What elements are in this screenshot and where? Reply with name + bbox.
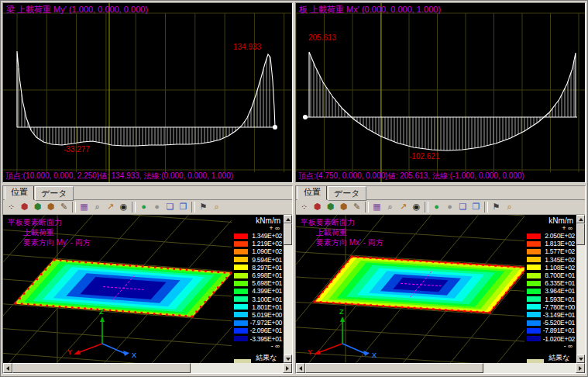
vertex-status-my: 頂点:(10.000, 0.000, 2.250)値: 134.933, 法線:…	[5, 171, 233, 182]
legend-row: -7.780E+00	[526, 303, 575, 311]
annotation-line: 平板要素断面力	[8, 217, 91, 227]
window-cascade-icon[interactable]: ❏	[456, 201, 469, 213]
view-cube-y-icon[interactable]: ⬢	[324, 201, 337, 213]
legend-color-swatch	[233, 248, 249, 255]
scroll-thumb[interactable]	[12, 363, 191, 373]
legend-color-swatch	[526, 327, 542, 334]
view-cube-edit-icon[interactable]: ✎	[350, 201, 363, 213]
z-axis-label: Z	[99, 308, 104, 316]
view-cube-x-icon[interactable]: ⬢	[311, 201, 324, 213]
result-annotation: 平板要素断面力 上載荷重 要素方向 Mx' - 両方	[301, 217, 383, 247]
scroll-up-button[interactable]	[576, 215, 585, 223]
pan-arrow-icon[interactable]: ↗	[104, 201, 117, 213]
legend-row: 1.108E+02	[526, 264, 575, 272]
legend-row: -5.520E+01	[526, 319, 575, 327]
scroll-up-button[interactable]	[284, 215, 292, 223]
legend-value: 9.594E+01	[250, 256, 282, 264]
tab-data[interactable]: データ	[35, 186, 74, 201]
horizontal-scrollbar[interactable]	[296, 363, 585, 373]
legend-value: 3.100E+01	[250, 296, 282, 303]
contour-viewport-mx[interactable]: ZYX 平板要素断面力 上載荷重 要素方向 Mx' - 両方 kNm/m+ ∞2…	[296, 215, 585, 363]
scroll-thumb[interactable]	[305, 363, 483, 373]
legend-value: 3.964E+01	[543, 287, 575, 295]
flag-icon[interactable]: ⚑	[490, 201, 503, 213]
z-axis-label: Z	[339, 308, 344, 316]
legend-row: 1.593E+01	[526, 296, 575, 303]
y-axis-label: Y	[67, 348, 72, 356]
visibility-icon[interactable]: ◉	[410, 201, 423, 213]
legend-row: -3.149E+01	[526, 311, 575, 319]
window-tile-icon[interactable]: ❐	[177, 201, 190, 213]
pan-arrow-icon[interactable]: ↗	[397, 201, 410, 213]
legend-row: 5.019E+00	[233, 311, 282, 319]
legend-color-swatch	[526, 248, 542, 255]
color-legend-mx: kNm/m+ ∞2.050E+021.813E+021.577E+021.345…	[524, 215, 576, 363]
legend-color-swatch	[526, 303, 542, 310]
fit-view-icon[interactable]: ⁘	[5, 201, 18, 213]
scroll-right-button[interactable]	[576, 363, 585, 373]
no-result-label: 結果なし	[548, 353, 575, 363]
vertical-scrollbar[interactable]	[284, 215, 292, 363]
find-results-icon[interactable]: ⌕	[210, 201, 223, 213]
scroll-right-button[interactable]	[283, 363, 292, 373]
legend-value: -2.096E+01	[250, 327, 282, 334]
view-cube-x-icon[interactable]: ⬢	[18, 201, 31, 213]
min-value-label: -102.621	[409, 152, 440, 161]
scroll-track[interactable]	[191, 363, 283, 373]
scroll-left-button[interactable]	[296, 363, 305, 373]
moment-diagram-my[interactable]: 134.933-33.277	[3, 3, 293, 182]
legend-color-swatch	[233, 264, 249, 271]
back-icon[interactable]: ●	[150, 201, 163, 213]
legend-row: 1.813E+02	[526, 240, 575, 247]
legend-minus-infinity: - ∞	[526, 343, 575, 350]
legend-color-swatch	[233, 288, 249, 295]
tab-position[interactable]: 位置	[297, 185, 327, 200]
scroll-left-button[interactable]	[3, 363, 12, 373]
forward-icon[interactable]: ●	[137, 201, 150, 213]
scroll-thumb[interactable]	[284, 223, 292, 245]
scroll-track[interactable]	[483, 363, 576, 373]
legend-row: 6.335E+01	[526, 279, 575, 287]
legend-row: -2.096E+01	[233, 327, 282, 334]
window-tile-icon[interactable]: ❐	[469, 201, 483, 213]
zoom-icon[interactable]: ⌕	[91, 201, 104, 213]
flag-icon[interactable]: ⚑	[197, 201, 210, 213]
legend-row: -7.891E+01	[526, 327, 575, 334]
view-cube-edit-icon[interactable]: ✎	[57, 201, 70, 213]
tab-position[interactable]: 位置	[5, 185, 34, 200]
legend-color-swatch	[233, 327, 249, 334]
find-results-icon[interactable]: ⌕	[503, 201, 516, 213]
grid-icon[interactable]: ▦	[370, 201, 383, 213]
grid-icon[interactable]: ▦	[77, 201, 91, 213]
tab-data[interactable]: データ	[328, 186, 366, 201]
fit-view-icon[interactable]: ⁘	[297, 201, 311, 213]
vertical-scrollbar[interactable]	[576, 215, 585, 363]
window-cascade-icon[interactable]: ❏	[163, 201, 177, 213]
legend-no-result: 結果なし	[233, 353, 282, 363]
forward-icon[interactable]: ●	[430, 201, 443, 213]
legend-row: 4.399E+01	[233, 287, 282, 295]
visibility-icon[interactable]: ◉	[117, 201, 130, 213]
legend-value: 8.700E+01	[543, 272, 575, 279]
right-arrow-icon	[286, 366, 289, 371]
up-arrow-icon	[286, 218, 291, 221]
scroll-thumb[interactable]	[576, 223, 585, 245]
view-cube-y-icon[interactable]: ⬢	[31, 201, 44, 213]
toolbar-separator	[425, 202, 428, 213]
horizontal-scrollbar[interactable]	[3, 363, 292, 373]
contour-viewport-my[interactable]: ZYX 平板要素断面力 上載荷重 要素方向 My' - 両方 kNm/m+ ∞1…	[3, 215, 292, 363]
zoom-icon[interactable]: ⌕	[383, 201, 397, 213]
scroll-down-button[interactable]	[284, 355, 292, 363]
legend-color-swatch	[233, 256, 249, 263]
legend-color-swatch	[233, 303, 249, 310]
legend-color-swatch	[526, 320, 542, 327]
view-cube-z-icon[interactable]: ⬢	[44, 201, 57, 213]
moment-diagram-mx[interactable]: 205.613-102.621	[296, 3, 586, 182]
legend-value: 6.335E+01	[543, 279, 575, 287]
legend-color-swatch	[526, 240, 542, 247]
scroll-down-button[interactable]	[576, 355, 585, 363]
view-cube-z-icon[interactable]: ⬢	[337, 201, 350, 213]
back-icon[interactable]: ●	[443, 201, 456, 213]
legend-value: 2.050E+02	[543, 232, 575, 240]
tab-bar-left: 位置 データ	[3, 186, 292, 200]
